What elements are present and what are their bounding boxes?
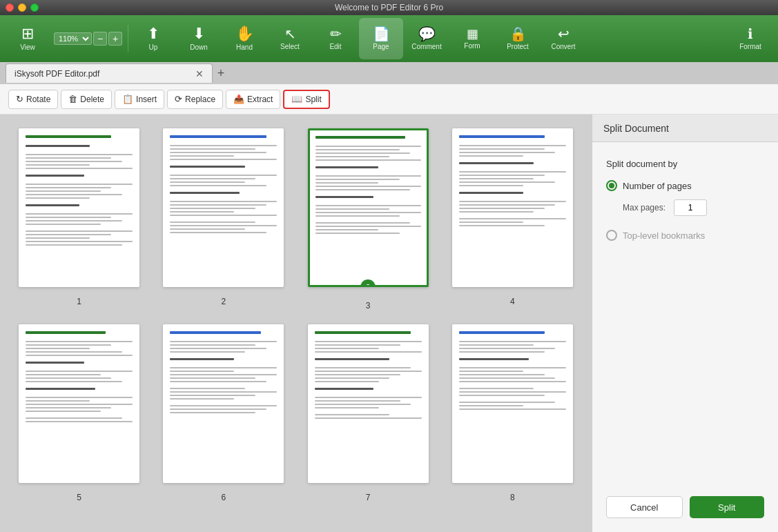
radio-bookmarks-label: Top-level bookmarks xyxy=(623,230,705,241)
radio-bookmarks[interactable]: Top-level bookmarks xyxy=(606,230,764,241)
panel-body: Split document by Number of pages Max pa… xyxy=(592,142,778,485)
minimize-button[interactable] xyxy=(18,3,26,12)
page-thumb-5[interactable]: 5 xyxy=(14,324,144,502)
comment-icon: 💬 xyxy=(418,27,436,41)
page-num-5: 5 xyxy=(77,493,81,502)
main-toolbar: ⊞ View 110% 75% 100% 125% 150% − + ⬆ Up … xyxy=(0,15,778,62)
close-button[interactable] xyxy=(6,3,14,12)
app-title: Welcome to PDF Editor 6 Pro xyxy=(335,3,443,12)
toolbar-form[interactable]: ▦ Form xyxy=(450,18,494,59)
split-icon: 📖 xyxy=(291,94,302,104)
toolbar-protect[interactable]: 🔒 Protect xyxy=(496,18,540,59)
page-image-4 xyxy=(452,128,573,287)
zoom-plus-button[interactable]: + xyxy=(108,32,122,46)
toolbar-format[interactable]: ℹ Format xyxy=(728,18,772,59)
toolbar-edit[interactable]: ✏ Edit xyxy=(313,18,358,59)
toolbar-down[interactable]: ⬇ Down xyxy=(177,18,221,59)
page-image-1 xyxy=(19,128,139,287)
zoom-control: 110% 75% 100% 125% 150% − + xyxy=(54,32,122,46)
page-image-2 xyxy=(163,128,284,287)
form-icon: ▦ xyxy=(467,28,478,40)
toolbar-convert[interactable]: ↩ Convert xyxy=(541,18,585,59)
insert-button[interactable]: 📋 Insert xyxy=(115,90,164,109)
page-image-7 xyxy=(308,324,429,483)
main-content: 1 xyxy=(0,115,778,532)
page-image-3: 3 xyxy=(308,128,429,287)
edit-icon: ✏ xyxy=(330,27,342,41)
page-num-4: 4 xyxy=(510,297,515,306)
traffic-lights xyxy=(6,3,39,12)
page-thumb-3[interactable]: 3 3 xyxy=(303,128,434,311)
page-num-8: 8 xyxy=(510,493,515,502)
toolbar-view[interactable]: ⊞ View xyxy=(6,18,50,59)
zoom-minus-button[interactable]: − xyxy=(93,32,107,46)
page-num-7: 7 xyxy=(366,493,371,502)
tab-label: iSkysoft PDF Editor.pdf xyxy=(14,69,99,79)
add-tab-button[interactable]: + xyxy=(213,65,229,81)
delete-button[interactable]: 🗑 Delete xyxy=(61,90,112,109)
split-confirm-button[interactable]: Split xyxy=(690,496,765,518)
pages-grid: 1 xyxy=(0,115,592,532)
cancel-button[interactable]: Cancel xyxy=(606,496,683,518)
zoom-select[interactable]: 110% 75% 100% 125% 150% xyxy=(54,32,92,45)
insert-icon: 📋 xyxy=(122,94,133,104)
page-thumb-6[interactable]: 6 xyxy=(158,324,289,502)
rotate-button[interactable]: ↻ Rotate xyxy=(8,90,58,109)
hand-icon: ✋ xyxy=(235,26,254,41)
page-num-2: 2 xyxy=(222,297,226,306)
page-num-3: 3 xyxy=(366,301,371,311)
max-pages-input[interactable] xyxy=(674,199,707,216)
toolbar-up[interactable]: ⬆ Up xyxy=(131,18,175,59)
split-label: Split xyxy=(305,95,321,104)
secondary-toolbar: ↻ Rotate 🗑 Delete 📋 Insert ⟳ Replace 📤 E… xyxy=(0,84,778,115)
page-thumb-7[interactable]: 7 xyxy=(303,324,434,502)
replace-button[interactable]: ⟳ Replace xyxy=(167,90,223,109)
max-pages-label: Max pages: xyxy=(623,203,665,213)
radio-num-pages-inner xyxy=(609,183,614,188)
radio-num-pages-label: Number of pages xyxy=(623,181,692,191)
replace-icon: ⟳ xyxy=(175,94,182,104)
radio-num-pages-circle xyxy=(606,180,617,191)
replace-label: Replace xyxy=(185,95,215,104)
max-pages-row: Max pages: xyxy=(623,199,764,216)
toolbar-comment[interactable]: 💬 Comment xyxy=(405,18,449,59)
protect-icon: 🔒 xyxy=(509,27,527,41)
panel-actions: Cancel Split xyxy=(592,485,778,532)
page-thumb-1[interactable]: 1 xyxy=(14,128,144,311)
radio-num-pages[interactable]: Number of pages xyxy=(606,180,764,191)
toolbar-divider-1 xyxy=(128,25,128,52)
tab-close-button[interactable]: ✕ xyxy=(195,68,204,79)
convert-icon: ↩ xyxy=(558,27,570,41)
delete-icon: 🗑 xyxy=(68,94,77,104)
rotate-icon: ↻ xyxy=(16,94,23,104)
radio-bookmarks-circle xyxy=(606,230,617,241)
split-panel: Split Document Split document by Number … xyxy=(592,115,778,532)
delete-label: Delete xyxy=(80,95,104,104)
split-button[interactable]: 📖 Split xyxy=(283,90,329,109)
select-icon: ↖ xyxy=(284,27,296,41)
toolbar-page[interactable]: 📄 Page xyxy=(359,18,403,59)
insert-label: Insert xyxy=(136,95,157,104)
split-by-label: Split document by xyxy=(606,159,764,169)
page-image-5 xyxy=(19,324,139,483)
toolbar-select[interactable]: ↖ Select xyxy=(268,18,312,59)
page-image-6 xyxy=(163,324,284,483)
rotate-label: Rotate xyxy=(26,95,50,104)
extract-button[interactable]: 📤 Extract xyxy=(226,90,280,109)
tab-bar: iSkysoft PDF Editor.pdf ✕ + xyxy=(0,62,778,84)
page-thumb-8[interactable]: 8 xyxy=(447,324,578,502)
page-image-8 xyxy=(452,324,573,483)
toolbar-hand[interactable]: ✋ Hand xyxy=(222,18,266,59)
extract-label: Extract xyxy=(247,95,273,104)
page-num-6: 6 xyxy=(222,493,226,502)
page-thumb-2[interactable]: 2 xyxy=(158,128,289,311)
page-num-1: 1 xyxy=(77,297,81,306)
page-thumb-4[interactable]: 4 xyxy=(447,128,578,311)
pdf-tab[interactable]: iSkysoft PDF Editor.pdf ✕ xyxy=(6,63,213,83)
extract-icon: 📤 xyxy=(233,94,244,104)
down-icon: ⬇ xyxy=(193,26,205,41)
up-icon: ⬆ xyxy=(147,26,159,41)
selected-page-badge: 3 xyxy=(360,279,376,287)
title-bar: Welcome to PDF Editor 6 Pro xyxy=(0,0,778,15)
maximize-button[interactable] xyxy=(30,3,39,12)
